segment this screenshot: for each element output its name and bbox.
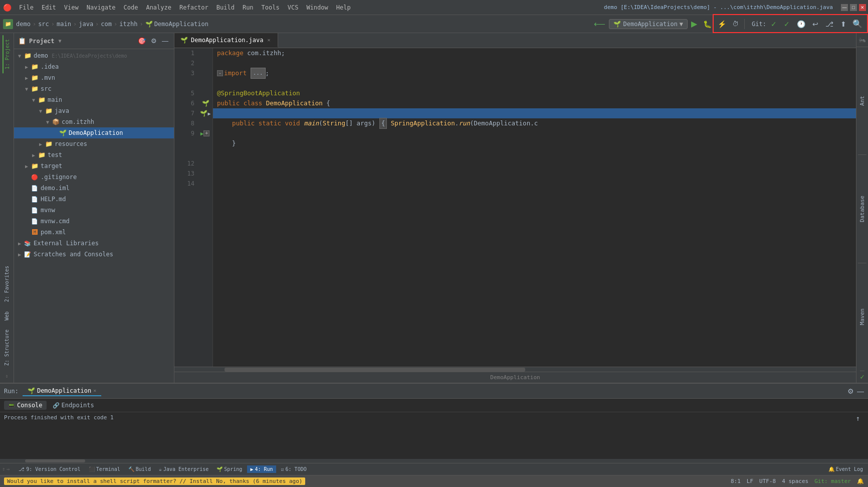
endpoints-tab[interactable]: 🔗 Endpoints [49,401,98,410]
menu-code[interactable]: Code [120,3,142,12]
run-tab-demoapplication[interactable]: 🌱 DemoApplication ✕ [23,386,101,396]
tree-extlibs[interactable]: ▶ 📚 External Libraries [14,238,174,249]
tree-idea[interactable]: ▶ 📁 .idea [14,61,174,72]
version-control-btn[interactable]: ⎇ 9: Version Control [16,465,83,473]
close-button[interactable]: ✕ [859,4,866,11]
console-scroll-thumb[interactable] [25,459,85,462]
menu-navigate[interactable]: Navigate [83,3,120,12]
event-log-btn[interactable]: 🔔 Event Log [825,465,866,473]
debug-button[interactable]: 🐛 [701,19,714,30]
tree-gitignore[interactable]: 🔴 .gitignore [14,172,174,183]
tree-mvnwcmd[interactable]: 📄 mvnw.cmd [14,216,174,227]
project-dropdown-arrow[interactable]: ▼ [59,38,62,44]
expand-left-btn[interactable]: ⇑ [2,466,6,472]
breadcrumb-file[interactable]: 🌱 DemoApplication [145,21,208,28]
menu-window[interactable]: Window [302,3,332,12]
expand-class-btn[interactable]: ▶ [207,111,210,116]
code-content[interactable]: package com.itzhh; - import ... ; @Sprin… [213,48,856,367]
build-btn[interactable]: 🔨 Build [125,465,154,473]
run-strip-btn[interactable]: ▶ 4: Run [247,465,276,473]
breadcrumb-src[interactable]: src [38,21,49,28]
tree-test[interactable]: ▶ 📁 test [14,149,174,160]
tree-demoiml[interactable]: 📄 demo.iml [14,183,174,194]
java-enterprise-btn[interactable]: ☕ Java Enterprise [156,465,211,473]
status-git[interactable]: Git: master [814,478,851,484]
settings-tool-btn[interactable]: ⚙ [847,387,854,395]
menu-vcs[interactable]: VCS [284,3,303,12]
menu-file[interactable]: File [15,3,38,12]
maven-label[interactable]: Maven [858,304,866,329]
tree-main[interactable]: ▼ 📁 main [14,94,174,105]
tree-resources[interactable]: ▶ 📁 resources [14,138,174,149]
minimize-panel-btn[interactable]: — [857,387,864,395]
database-label[interactable]: Database [858,192,866,226]
git-update-button[interactable]: ✓ [768,19,779,30]
breadcrumb-com[interactable]: com [101,21,112,28]
maximize-button[interactable]: □ [850,4,857,11]
web-panel-btn[interactable]: Web [3,307,11,324]
git-rollback-button[interactable]: ↩ [810,19,821,30]
tree-helpmd[interactable]: 📄 HELP.md [14,194,174,205]
run-main-icon[interactable]: ▶ [200,130,204,137]
menu-run[interactable]: Run [239,3,258,12]
profile-button[interactable]: ⏱ [730,19,741,29]
tree-pomxml[interactable]: 🅼 pom.xml [14,227,174,238]
tree-mvn[interactable]: ▶ 📁 .mvn [14,72,174,83]
spring-btn[interactable]: 🌱 Spring [213,465,245,473]
settings-button[interactable]: ⚙ [149,37,158,45]
menu-edit[interactable]: Edit [38,3,60,12]
run-config-dropdown[interactable]: 🌱 DemoApplication ▼ [609,19,688,29]
tree-src[interactable]: ▼ 📁 src [14,83,174,94]
status-warning[interactable]: Would you like to install a shell script… [4,477,305,485]
git-history-button[interactable]: 🕐 [794,19,808,30]
expand-right-btn[interactable]: ⇒ [7,466,10,472]
todo-btn[interactable]: ☑ 6: TODO [278,465,310,473]
status-notifications[interactable]: 🔔 [857,478,864,484]
back-button[interactable]: ⟵ [591,18,608,30]
horizontal-scrollbar[interactable] [174,367,856,372]
breadcrumb-java[interactable]: java [79,21,93,28]
run-tab-close[interactable]: ✕ [93,388,96,393]
locate-file-button[interactable]: 🎯 [136,37,147,45]
editor-tab-demoapplication[interactable]: 🌱 DemoApplication.java ✕ [174,33,278,48]
tree-scratches[interactable]: ▶ 📝 Scratches and Consoles [14,249,174,260]
fold-method-btn[interactable]: + [203,130,209,136]
ant-label[interactable]: Ant [858,92,866,110]
status-line-ending[interactable]: LF [747,478,753,484]
status-indent[interactable]: 4 spaces [782,478,808,484]
menu-refactor[interactable]: Refactor [175,3,212,12]
run-with-coverage-button[interactable]: ⚡ [715,19,729,30]
tree-demo-application[interactable]: ▶ 🌱 DemoApplication [14,127,174,138]
minimize-button[interactable]: — [841,4,848,11]
breadcrumb-main[interactable]: main [57,21,71,28]
breadcrumb-itzhh[interactable]: itzhh [119,21,137,28]
menu-analyze[interactable]: Analyze [142,3,175,12]
console-tab[interactable]: 📟 Console [4,401,47,410]
git-branches-button[interactable]: ⎇ [823,19,836,30]
tree-package[interactable]: ▼ 📦 com.itzhh [14,116,174,127]
menu-help[interactable]: Help [332,3,355,12]
run-button[interactable]: ▶ [689,18,700,30]
import-fold-btn[interactable]: - [217,70,223,76]
scroll-up-btn[interactable]: ↑ [856,414,860,422]
tree-mvnw[interactable]: 📄 mvnw [14,205,174,216]
collapse-all-button[interactable]: — [160,37,170,45]
console-scrollbar[interactable] [0,459,868,463]
structure-panel-btn[interactable]: Z: Structure [3,326,11,370]
menu-view[interactable]: View [60,3,83,12]
status-encoding[interactable]: UTF-8 [759,478,776,484]
terminal-btn[interactable]: ⬛ Terminal [86,465,123,473]
menu-build[interactable]: Build [212,3,239,12]
git-commit-button[interactable]: ✓ [781,19,792,30]
favorites-panel-btn[interactable]: 2: Favorites [3,262,11,306]
tree-java[interactable]: ▼ 📁 java [14,105,174,116]
git-push-button[interactable]: ⬆ [838,19,849,30]
search-everywhere-button[interactable]: 🔍 [850,18,865,30]
scrollbar-thumb[interactable] [225,368,525,372]
tree-target[interactable]: ▶ 📁 target [14,160,174,172]
status-position[interactable]: 8:1 [731,478,741,484]
breadcrumb-demo[interactable]: demo [16,21,31,28]
tree-root[interactable]: ▼ 📁 demo E:\IDEA\IdeaProjects\demo [14,50,174,61]
project-panel-btn[interactable]: 1: Project [3,35,11,73]
tab-close-button[interactable]: ✕ [267,37,272,43]
